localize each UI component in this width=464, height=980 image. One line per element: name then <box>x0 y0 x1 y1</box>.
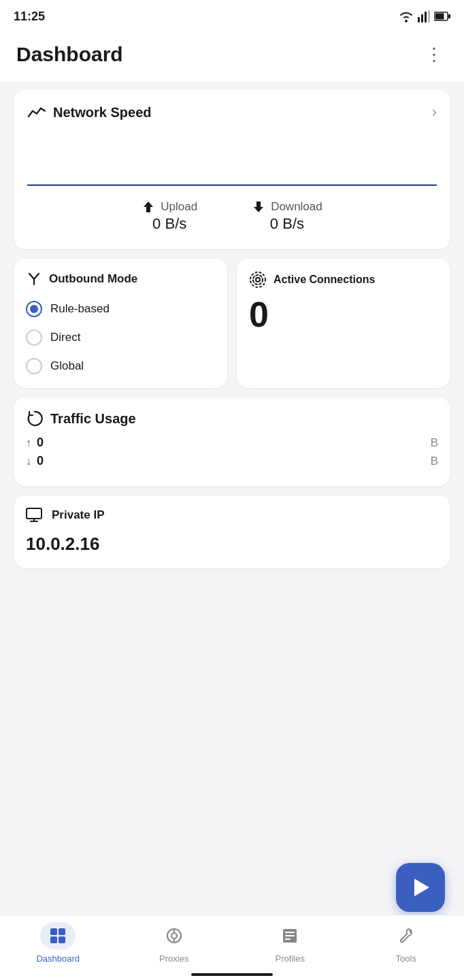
traffic-row: Traffic Usage ↑ 0 B ↓ 0 B <box>14 397 450 486</box>
outbound-title-row: Outbound Mode <box>26 271 215 287</box>
start-button[interactable] <box>396 863 445 912</box>
nav-item-dashboard[interactable]: Dashboard <box>31 922 85 964</box>
connections-title-row: Active Connections <box>249 271 438 289</box>
middle-cards-row: Outbound Mode Rule-based Direct Global <box>14 259 450 388</box>
download-value: 0 B/s <box>270 215 304 233</box>
nav-label-profiles: Profiles <box>276 953 305 964</box>
nav-label-dashboard: Dashboard <box>36 953 80 964</box>
battery-icon <box>434 12 450 21</box>
more-menu-button[interactable]: ⋮ <box>420 41 448 68</box>
upload-icon <box>142 200 155 214</box>
svg-rect-2 <box>425 12 427 22</box>
connections-count: 0 <box>249 297 438 332</box>
radio-label-rule-based: Rule-based <box>50 302 110 316</box>
svg-rect-20 <box>59 928 65 935</box>
network-speed-header: Network Speed › <box>27 103 437 121</box>
svg-rect-22 <box>59 936 65 943</box>
signal-icon <box>418 10 430 22</box>
traffic-upload-unit: B <box>431 436 438 450</box>
nav-icon-tools <box>388 922 424 949</box>
traffic-title-row: Traffic Usage <box>26 410 438 427</box>
status-icons <box>399 10 450 22</box>
nav-item-profiles[interactable]: Profiles <box>263 922 317 964</box>
download-label-row: Download <box>252 200 322 214</box>
radio-label-direct: Direct <box>50 331 80 344</box>
network-speed-card: Network Speed › Upload 0 B/s <box>14 90 450 249</box>
upload-value: 0 B/s <box>152 215 186 233</box>
speed-chart-svg <box>27 132 437 186</box>
private-ip-icon <box>26 508 45 523</box>
speed-stats: Upload 0 B/s Download 0 B/s <box>27 200 437 233</box>
radio-circle-global <box>26 358 42 374</box>
svg-line-11 <box>29 274 34 279</box>
nav-icon-dashboard <box>40 922 76 949</box>
radio-label-global: Global <box>50 359 84 373</box>
traffic-rows: ↑ 0 B ↓ 0 B <box>26 436 438 468</box>
status-time: 11:25 <box>14 10 45 24</box>
outbound-mode-card: Outbound Mode Rule-based Direct Global <box>14 259 227 388</box>
outbound-mode-title: Outbound Mode <box>49 272 137 286</box>
traffic-usage-icon <box>26 410 44 427</box>
bottom-nav: Dashboard Proxies Profiles <box>0 915 464 980</box>
traffic-download-unit: B <box>431 455 438 468</box>
svg-rect-0 <box>418 17 420 22</box>
upload-label-row: Upload <box>142 200 197 214</box>
svg-rect-16 <box>27 508 42 519</box>
wifi-icon <box>399 10 414 22</box>
svg-rect-3 <box>428 10 430 22</box>
radio-inner-rule-based <box>30 305 38 313</box>
private-ip-card: Private IP 10.0.2.16 <box>14 495 450 568</box>
upload-arrow: ↑ <box>26 437 31 449</box>
svg-marker-9 <box>254 201 263 212</box>
svg-point-13 <box>256 278 260 282</box>
nav-icon-proxies <box>156 922 192 949</box>
radio-direct[interactable]: Direct <box>26 329 215 346</box>
dashboard-icon <box>49 927 67 945</box>
traffic-download-row: ↓ 0 B <box>26 454 438 468</box>
radio-rule-based[interactable]: Rule-based <box>26 301 215 317</box>
svg-rect-1 <box>421 14 423 22</box>
private-ip-row: Private IP 10.0.2.16 <box>14 495 450 568</box>
svg-line-31 <box>410 931 411 932</box>
upload-stat: Upload 0 B/s <box>142 200 197 233</box>
download-icon <box>252 200 265 214</box>
nav-icon-profiles <box>272 922 308 949</box>
main-content: Network Speed › Upload 0 B/s <box>0 82 464 636</box>
home-indicator <box>191 973 273 976</box>
outbound-mode-icon <box>26 271 42 287</box>
traffic-upload-left: ↑ 0 <box>26 436 44 450</box>
active-connections-card: Active Connections 0 <box>237 259 450 388</box>
network-speed-title: Network Speed <box>53 105 151 120</box>
proxies-icon <box>165 927 183 945</box>
svg-marker-8 <box>144 201 153 212</box>
svg-rect-28 <box>285 932 295 933</box>
network-speed-chevron[interactable]: › <box>432 103 437 121</box>
profiles-icon <box>281 927 299 945</box>
tools-icon <box>397 927 415 945</box>
private-ip-value: 10.0.2.16 <box>26 534 99 554</box>
svg-rect-5 <box>435 14 444 20</box>
private-ip-title: Private IP <box>52 508 105 522</box>
page-title: Dashboard <box>16 43 123 66</box>
nav-label-proxies: Proxies <box>159 953 188 964</box>
traffic-upload-value: 0 <box>37 436 44 450</box>
traffic-usage-card: Traffic Usage ↑ 0 B ↓ 0 B <box>14 397 450 486</box>
active-connections-icon <box>249 271 267 289</box>
traffic-title: Traffic Usage <box>50 411 136 427</box>
network-speed-title-row: Network Speed <box>27 104 151 120</box>
radio-global[interactable]: Global <box>26 358 215 374</box>
upload-label: Upload <box>161 200 197 214</box>
download-arrow: ↓ <box>26 455 31 468</box>
status-bar: 11:25 <box>0 0 464 30</box>
nav-item-tools[interactable]: Tools <box>379 922 433 964</box>
traffic-download-left: ↓ 0 <box>26 454 44 468</box>
ip-title-row: Private IP <box>26 508 438 523</box>
nav-item-proxies[interactable]: Proxies <box>147 922 201 964</box>
download-stat: Download 0 B/s <box>252 200 322 233</box>
svg-rect-30 <box>285 938 291 940</box>
traffic-download-value: 0 <box>37 454 44 468</box>
nav-label-tools: Tools <box>396 953 416 964</box>
radio-circle-rule-based <box>26 301 42 317</box>
traffic-upload-row: ↑ 0 B <box>26 436 438 450</box>
header: Dashboard ⋮ <box>0 30 464 82</box>
